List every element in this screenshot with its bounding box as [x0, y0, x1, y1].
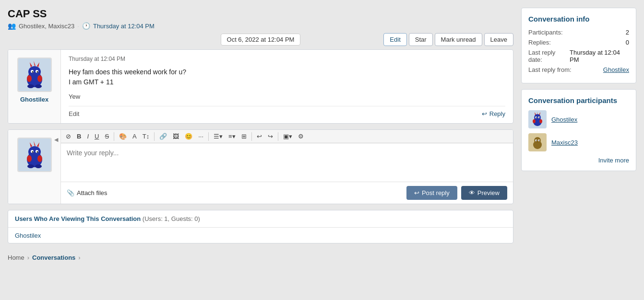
tb-media-btn[interactable]: ▣▾ — [281, 132, 294, 141]
paperclip-icon: 📎 — [67, 189, 74, 196]
participant-avatar-ghostilex — [528, 110, 547, 128]
editor-footer: 📎 Attach files ↩ Post reply 👁 Preview — [61, 182, 513, 204]
post-reply-button[interactable]: ↩ Post reply — [406, 186, 457, 200]
meta-time-link[interactable]: Thursday at 12:04 PM — [93, 23, 155, 30]
svg-point-12 — [27, 84, 34, 88]
participant-row-ghostilex: Ghostilex — [528, 110, 629, 128]
avatar — [17, 58, 52, 92]
svg-point-13 — [35, 84, 42, 88]
message-actions: Edit ↩ Reply — [69, 106, 505, 117]
tb-link-btn[interactable]: 🔗 — [157, 132, 169, 141]
tb-clear-btn[interactable]: ⊘ — [64, 132, 73, 141]
tb-font-size-btn[interactable]: T↕ — [141, 132, 151, 141]
svg-point-33 — [536, 117, 537, 118]
svg-point-20 — [36, 151, 38, 153]
info-row-replies: Replies: 0 — [528, 39, 629, 46]
page-meta: 👥 Ghostilex, Maxisc23 · 🕐 Thursday at 12… — [8, 22, 513, 30]
message-body-col: Thursday at 12:04 PM Hey fam does this w… — [61, 50, 513, 123]
right-panel: Conversation info Participants: 2 Replie… — [521, 8, 636, 292]
message-timestamp: Thursday at 12:04 PM — [69, 56, 505, 62]
viewers-list: Ghostilex — [8, 228, 513, 243]
leave-button[interactable]: Leave — [484, 33, 513, 46]
reply-button[interactable]: ↩ Reply — [482, 110, 505, 117]
conversation-participants-card: Conversation participants — [521, 89, 636, 171]
tb-font-color-btn[interactable]: A — [131, 132, 139, 141]
star-button[interactable]: Star — [409, 33, 433, 46]
reply-icon: ↩ — [482, 110, 487, 117]
last-reply-date-value: Thursday at 12:04 PM — [570, 49, 629, 63]
tb-redo-btn[interactable]: ↪ — [266, 132, 275, 141]
viewers-section: Users Who Are Viewing This Conversation … — [8, 210, 513, 243]
participants-value: 2 — [626, 29, 629, 36]
tb-list-btn[interactable]: ≡▾ — [227, 132, 238, 141]
invite-more: Invite more — [528, 156, 629, 164]
svg-point-26 — [27, 164, 34, 168]
svg-point-11 — [37, 75, 42, 82]
breadcrumb-conversations[interactable]: Conversations — [32, 254, 75, 261]
viewers-meta: (Users: 1, Guests: 0) — [143, 215, 200, 222]
message-edit-link[interactable]: Edit — [69, 110, 79, 117]
participants-icon: 👥 — [8, 22, 16, 30]
page-header: CAP SS 👥 Ghostilex, Maxisc23 · 🕐 Thursda… — [8, 8, 513, 30]
svg-point-39 — [539, 119, 542, 123]
participants-text: Ghostilex, Maxisc23 — [19, 23, 74, 30]
participant-row-maxisc23: Maxisc23 — [528, 133, 629, 151]
tb-italic-btn[interactable]: I — [85, 132, 91, 141]
edit-button[interactable]: Edit — [383, 33, 406, 46]
editor-action-btns: ↩ Post reply 👁 Preview — [406, 186, 507, 200]
svg-point-25 — [37, 155, 42, 162]
reply-editor-card: ◀ ⊘ B I U S 🎨 A T↕ 🔗 🖼 — [8, 129, 513, 204]
tb-align-btn[interactable]: ☰▾ — [212, 132, 225, 141]
svg-point-47 — [537, 141, 538, 142]
message-card: Ghostilex Thursday at 12:04 PM Hey fam d… — [8, 49, 513, 124]
svg-point-46 — [539, 140, 540, 141]
mark-unread-button[interactable]: Mark unread — [435, 33, 482, 46]
tb-more-btn[interactable]: ··· — [196, 132, 205, 141]
info-row-last-reply-date: Last reply date: Thursday at 12:04 PM — [528, 49, 629, 63]
attach-files-button[interactable]: 📎 Attach files — [67, 189, 107, 196]
reply-avatar — [17, 138, 52, 172]
last-reply-from-value[interactable]: Ghostilex — [603, 66, 629, 73]
preview-button[interactable]: 👁 Preview — [461, 186, 507, 200]
svg-point-19 — [32, 151, 33, 153]
tb-image-btn[interactable]: 🖼 — [171, 132, 181, 141]
svg-point-27 — [35, 164, 42, 168]
tb-strikethrough-btn[interactable]: S — [103, 132, 111, 141]
svg-point-34 — [539, 117, 540, 118]
reply-textarea[interactable] — [61, 143, 513, 182]
tb-sep-4 — [251, 132, 252, 141]
tb-highlight-btn[interactable]: 🎨 — [117, 132, 129, 141]
editor-toolbar: ⊘ B I U S 🎨 A T↕ 🔗 🖼 😊 ··· — [61, 130, 513, 143]
breadcrumb-home[interactable]: Home — [8, 254, 24, 261]
tb-undo-btn[interactable]: ↩ — [255, 132, 264, 141]
svg-point-5 — [32, 71, 33, 73]
page-title: CAP SS — [8, 8, 513, 20]
tb-sep-5 — [278, 132, 278, 141]
info-row-participants: Participants: 2 — [528, 29, 629, 36]
participant-avatar-maxisc23 — [528, 133, 547, 151]
info-row-last-reply-from: Last reply from: Ghostilex — [528, 66, 629, 73]
tb-emoji-btn[interactable]: 😊 — [183, 132, 194, 141]
tb-bold-btn[interactable]: B — [75, 132, 83, 141]
message-toolbar: Edit Star Mark unread Leave — [383, 33, 513, 46]
replies-value: 0 — [626, 39, 629, 46]
message-author-name[interactable]: Ghostilex — [20, 96, 48, 103]
invite-more-link[interactable]: Invite more — [598, 157, 629, 164]
message-sig: Yew — [69, 93, 505, 100]
viewers-title: Users Who Are Viewing This Conversation — [15, 215, 141, 222]
conversation-info-card: Conversation info Participants: 2 Replie… — [521, 8, 636, 83]
message-avatar-col: Ghostilex — [8, 50, 61, 123]
date-badge: Oct 6, 2022 at 12:04 PM — [221, 34, 301, 46]
participant-name-maxisc23[interactable]: Maxisc23 — [551, 139, 578, 146]
message-text: Hey fam does this weekend work for u? I … — [69, 67, 505, 87]
tb-underline-btn[interactable]: U — [93, 132, 101, 141]
viewer-link[interactable]: Ghostilex — [15, 232, 41, 239]
participant-name-ghostilex[interactable]: Ghostilex — [551, 116, 577, 123]
post-reply-icon: ↩ — [414, 189, 419, 196]
tb-table-btn[interactable]: ⊞ — [239, 132, 249, 141]
clock-icon: 🕐 — [82, 22, 90, 30]
tb-settings-btn[interactable]: ⚙ — [296, 132, 306, 141]
breadcrumb-sep-1: › — [27, 254, 29, 261]
editor-nav-left[interactable]: ◀ — [52, 135, 60, 145]
conversation-info-title: Conversation info — [528, 15, 629, 23]
